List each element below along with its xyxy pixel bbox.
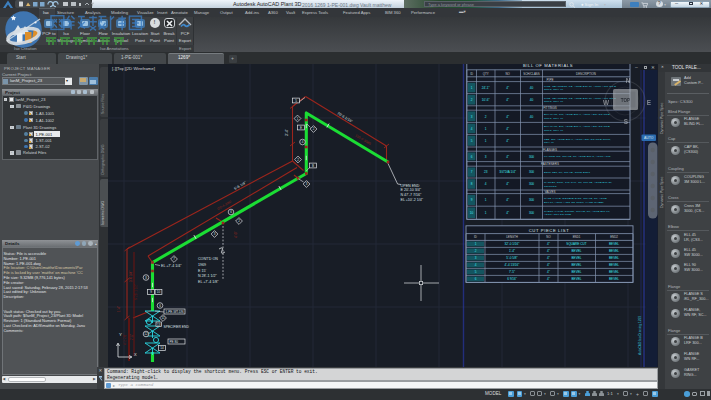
svg-text:1: 1	[471, 86, 473, 90]
svg-text:3'-4": 3'-4"	[285, 128, 289, 136]
svg-text:6: 6	[471, 155, 473, 159]
svg-text:BOLT SET, RF, 300 LB, STUD BOL: BOLT SET, RF, 300 LB, STUD BOLT	[544, 171, 590, 174]
svg-text:FASTENERS: FASTENERS	[541, 162, 559, 166]
svg-text:10'-6": 10'-6"	[482, 98, 490, 102]
svg-text:4'-0": 4'-0"	[234, 230, 238, 238]
svg-text:BEVEL: BEVEL	[572, 263, 582, 267]
svg-text:FLANGES: FLANGES	[543, 148, 557, 152]
svg-text:BEVEL: BEVEL	[572, 277, 582, 281]
svg-text:CHECK VALVE, SWING, 300 LB, RF: CHECK VALVE, SWING, 300 LB, RF, ASME B16…	[544, 210, 610, 213]
svg-text:2: 2	[485, 115, 487, 119]
svg-text:PIPE, SEAMLESS, PE, ASME B36.1: PIPE, SEAMLESS, PE, ASME B36.10, ASTM A1…	[544, 85, 616, 88]
svg-text:4": 4"	[506, 182, 509, 186]
svg-text:3: 3	[471, 115, 473, 119]
svg-text:QTY: QTY	[483, 72, 489, 76]
svg-text:13: 13	[157, 323, 161, 327]
svg-text:1: 1	[485, 198, 487, 202]
svg-text:SMLS, SCH 40: SMLS, SCH 40	[544, 88, 564, 91]
svg-text:10: 10	[470, 211, 474, 215]
svg-text:X: X	[134, 352, 137, 357]
svg-text:4": 4"	[547, 263, 550, 267]
svg-text:DESCRIPTION: DESCRIPTION	[576, 72, 596, 76]
svg-text:9: 9	[471, 198, 473, 202]
svg-text:SCH/CLASS: SCH/CLASS	[523, 72, 539, 76]
svg-text:6: 6	[475, 277, 477, 281]
svg-text:300: 300	[529, 170, 534, 174]
svg-text:BEVEL: BEVEL	[572, 256, 582, 260]
svg-text:4": 4"	[506, 198, 509, 202]
svg-text:SMLS, SCH 40: SMLS, SCH 40	[544, 129, 564, 132]
svg-text:GASKET, SWG, 1/8" THK, RF, 300: GASKET, SWG, 1/8" THK, RF, 300 LB, ASME …	[544, 181, 613, 184]
svg-text:24'-1": 24'-1"	[482, 86, 490, 90]
svg-text:EL +7'-4 1/8": EL +7'-4 1/8"	[198, 280, 219, 284]
svg-text:7'-5": 7'-5"	[130, 334, 134, 340]
svg-text:N 28'-1 1/2": N 28'-1 1/2"	[198, 274, 217, 278]
svg-text:B16.10, ASTM A 351 GR CF8M, HA: B16.10, ASTM A 351 GR CF8M, HAND WHEEL	[544, 201, 604, 204]
svg-text:END1: END1	[573, 235, 581, 239]
svg-text:BEVEL: BEVEL	[609, 270, 619, 274]
svg-text:3'-0 3/4": 3'-0 3/4"	[129, 271, 133, 282]
svg-text:W: W	[603, 99, 610, 106]
svg-text:4": 4"	[506, 98, 509, 102]
svg-text:SMLS, SCH 40: SMLS, SCH 40	[544, 100, 564, 103]
svg-text:NO: NO	[506, 72, 511, 76]
svg-text:11: 11	[161, 316, 164, 320]
svg-text:7'-5": 7'-5"	[509, 270, 515, 274]
svg-text:1: 1	[475, 242, 477, 246]
svg-text:4'-2 7/8": 4'-2 7/8"	[123, 334, 127, 345]
svg-text:3: 3	[485, 155, 487, 159]
svg-text:BEVEL: BEVEL	[572, 270, 582, 274]
svg-text:4: 4	[471, 127, 473, 131]
svg-text:VALVES: VALVES	[544, 190, 555, 194]
svg-text:SQUARE CUT: SQUARE CUT	[566, 242, 586, 246]
svg-text:BEVEL: BEVEL	[609, 256, 619, 260]
svg-text:E: E	[300, 126, 302, 130]
svg-text:BEVEL: BEVEL	[609, 242, 619, 246]
svg-text:23: 23	[484, 170, 488, 174]
svg-text:5: 5	[475, 270, 477, 274]
svg-text:E 15': E 15'	[198, 269, 206, 273]
svg-text:4": 4"	[506, 86, 509, 90]
svg-text:AutoCAD Iso Drawing 1269: AutoCAD Iso Drawing 1269	[638, 316, 642, 355]
svg-text:1: 1	[485, 211, 487, 215]
svg-text:4": 4"	[547, 277, 550, 281]
svg-text:E 20'-10 3/4": E 20'-10 3/4"	[401, 188, 422, 192]
svg-text:4": 4"	[506, 211, 509, 215]
svg-text:PE 80: PE 80	[170, 340, 179, 344]
svg-text:4": 4"	[506, 127, 509, 131]
svg-text:ELL 90 LR, SW, ASME B16.9, AST: ELL 90 LR, SW, ASME B16.9, ASTM A234 GR …	[544, 113, 610, 116]
svg-text:1969: 1969	[198, 263, 206, 267]
svg-text:14: 14	[160, 346, 164, 350]
svg-text:TEE, BW, ASME B16.9, ASTM A234: TEE, BW, ASME B16.9, ASTM A234 GR WPB SM…	[544, 138, 611, 141]
svg-text:AUTO: AUTO	[644, 136, 654, 140]
svg-text:4": 4"	[547, 270, 550, 274]
svg-text:ID: ID	[474, 235, 477, 239]
svg-text:300: 300	[529, 198, 534, 202]
svg-text:1-PE-WT-DN: 1-PE-WT-DN	[166, 310, 184, 314]
svg-text:FITTINGS: FITTINGS	[543, 106, 557, 110]
svg-text:BEVEL: BEVEL	[609, 263, 619, 267]
svg-text:2: 2	[475, 249, 477, 253]
svg-text:32'-0 1/16": 32'-0 1/16"	[505, 242, 520, 246]
svg-text:N 47'-7 7/16": N 47'-7 7/16"	[401, 193, 422, 197]
svg-text:1'-4": 1'-4"	[117, 306, 121, 312]
svg-text:4": 4"	[506, 139, 509, 143]
svg-text:3/4"DIA 1/4": 3/4"DIA 1/4"	[499, 170, 516, 174]
svg-text:40: 40	[530, 86, 534, 90]
svg-text:3: 3	[475, 256, 477, 260]
svg-text:40: 40	[530, 115, 534, 119]
svg-text:SCH 40: SCH 40	[544, 141, 554, 144]
svg-text:4": 4"	[547, 249, 550, 253]
svg-text:PIPE: PIPE	[547, 78, 554, 82]
svg-text:1'-4": 1'-4"	[509, 249, 515, 253]
svg-text:EL +7'-4 1/4": EL +7'-4 1/4"	[161, 264, 182, 268]
svg-text:N 28'-1 1/2": N 28'-1 1/2"	[134, 284, 138, 300]
svg-text:1: 1	[485, 127, 487, 131]
svg-text:SMLS, SCH 40: SMLS, SCH 40	[544, 117, 564, 120]
svg-text:4": 4"	[506, 155, 509, 159]
svg-text:300: 300	[529, 155, 534, 159]
svg-text:300: 300	[529, 211, 534, 215]
svg-text:5'-0 5/8": 5'-0 5/8"	[506, 256, 517, 260]
svg-text:BILL OF MATERIALS: BILL OF MATERIALS	[523, 64, 573, 68]
svg-text:4'-4 13/16": 4'-4 13/16"	[505, 263, 520, 267]
